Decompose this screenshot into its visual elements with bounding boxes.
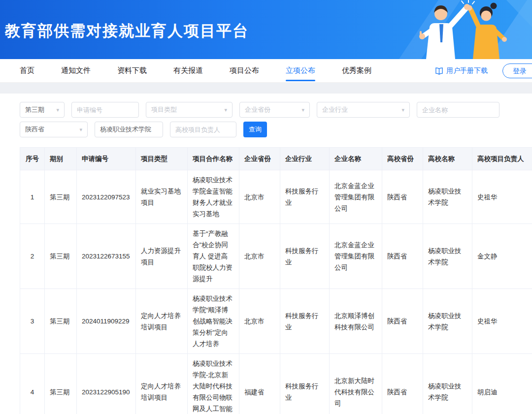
period-select[interactable]: 第三期 ▾ bbox=[20, 102, 65, 118]
table-cell: 3 bbox=[20, 289, 45, 354]
table-cell: 定向人才培养培训项目 bbox=[136, 354, 188, 414]
table-cell: 第三期 bbox=[45, 224, 77, 289]
table-cell: 北京市 bbox=[239, 170, 280, 224]
table-cell: 杨凌职业技术学院 bbox=[423, 170, 472, 224]
table-cell: 北京市 bbox=[239, 289, 280, 354]
table-cell: 陕西省 bbox=[382, 224, 423, 289]
company-industry-placeholder: 企业行业 bbox=[322, 105, 348, 114]
column-header: 期别 bbox=[45, 148, 77, 170]
school-province-select[interactable]: 陕西省 ▾ bbox=[20, 122, 88, 137]
school-leader-input[interactable] bbox=[170, 122, 236, 137]
table-cell: 1 bbox=[20, 170, 45, 224]
table-cell: 杨凌职业技术学院 bbox=[423, 354, 472, 414]
table-cell: 陕西省 bbox=[382, 170, 423, 224]
main-content: 第三期 ▾ 项目类型 ▾ 企业省份 ▾ 企业行业 ▾ 陕西省 ▾ 查询 序号期别… bbox=[0, 94, 532, 414]
table-cell: 就业实习基地项目 bbox=[136, 170, 188, 224]
filter-row-2: 陕西省 ▾ 查询 bbox=[20, 122, 532, 137]
table-cell: 北京新大陆时代科技有限公司 bbox=[330, 354, 382, 414]
table-row: 3第三期2024011909229定向人才培养培训项目杨凌职业技术学院“顺泽博创… bbox=[20, 289, 532, 354]
nav-item-best-cases[interactable]: 优秀案例 bbox=[342, 59, 371, 83]
company-province-select[interactable]: 企业省份 ▾ bbox=[239, 102, 310, 118]
manual-label: 用户手册下载 bbox=[446, 66, 488, 75]
table-cell: 2024011909229 bbox=[77, 289, 136, 354]
chevron-down-icon: ▾ bbox=[79, 127, 82, 133]
main-nav: 首页 通知文件 资料下载 有关报道 项目公布 立项公布 优秀案例 用户手册下载 … bbox=[0, 59, 532, 83]
nav-item-reports[interactable]: 有关报道 bbox=[173, 59, 203, 83]
table-cell: 杨凌职业技术学院-北京新大陆时代科技有限公司物联网及人工智能方向人才培养 bbox=[188, 354, 239, 414]
chevron-down-icon: ▾ bbox=[224, 107, 227, 113]
nav-item-downloads[interactable]: 资料下载 bbox=[117, 59, 147, 83]
chevron-down-icon: ▾ bbox=[56, 107, 59, 113]
table-header-row: 序号期别申请编号项目类型项目合作名称企业省份企业行业企业名称高校省份高校名称高校… bbox=[20, 148, 532, 170]
company-industry-select[interactable]: 企业行业 ▾ bbox=[317, 102, 410, 118]
table-cell: 4 bbox=[20, 354, 45, 414]
nav-item-approval-announce[interactable]: 立项公布 bbox=[286, 59, 315, 83]
search-button[interactable]: 查询 bbox=[243, 122, 267, 137]
user-manual-download[interactable]: 用户手册下载 bbox=[435, 59, 488, 83]
filter-row-1: 第三期 ▾ 项目类型 ▾ 企业省份 ▾ 企业行业 ▾ bbox=[20, 102, 532, 118]
table-cell: 福建省 bbox=[239, 354, 280, 414]
column-header: 企业名称 bbox=[330, 148, 382, 170]
project-type-placeholder: 项目类型 bbox=[151, 105, 177, 114]
table-row: 1第三期2023122097523就业实习基地项目杨凌职业技术学院金蓝智能财务人… bbox=[20, 170, 532, 224]
table-cell: 科技服务行业 bbox=[280, 224, 330, 289]
book-icon bbox=[435, 67, 443, 75]
table-cell: 北京顺泽博创科技有限公司 bbox=[330, 289, 382, 354]
project-type-select[interactable]: 项目类型 ▾ bbox=[146, 102, 233, 118]
login-button[interactable]: 登录 bbox=[502, 64, 532, 78]
table-cell: 北京金蓝企业管理集团有限公司 bbox=[330, 224, 382, 289]
table-cell: 北京金蓝企业管理集团有限公司 bbox=[330, 170, 382, 224]
table-cell: 人力资源提升项目 bbox=[136, 224, 188, 289]
table-row: 2第三期2023122673155人力资源提升项目基于“产教融合”校企协同育人 … bbox=[20, 224, 532, 289]
table-cell: 陕西省 bbox=[382, 354, 423, 414]
apply-no-input[interactable] bbox=[71, 102, 139, 118]
table-cell: 陕西省 bbox=[382, 289, 423, 354]
table-cell: 胡启迪 bbox=[472, 354, 532, 414]
table-cell: 科技服务行业 bbox=[280, 289, 330, 354]
table-cell: 第三期 bbox=[45, 170, 77, 224]
column-header: 高校项目负责人 bbox=[472, 148, 532, 170]
table-cell: 杨凌职业技术学院 bbox=[423, 289, 472, 354]
nav-item-home[interactable]: 首页 bbox=[20, 59, 34, 83]
table-cell: 基于“产教融合”校企协同育人 促进高职院校人力资源提升 bbox=[188, 224, 239, 289]
table-cell: 金文静 bbox=[472, 224, 532, 289]
column-header: 企业省份 bbox=[239, 148, 280, 170]
table-cell: 2 bbox=[20, 224, 45, 289]
table-cell: 第三期 bbox=[45, 354, 77, 414]
table-cell: 2023122905190 bbox=[77, 354, 136, 414]
chevron-down-icon: ▾ bbox=[301, 107, 304, 113]
table-cell: 2023122673155 bbox=[77, 224, 136, 289]
nav-item-project-announce[interactable]: 项目公布 bbox=[230, 59, 259, 83]
table-cell: 第三期 bbox=[45, 289, 77, 354]
table-cell: 史祖华 bbox=[472, 170, 532, 224]
table-cell: 北京市 bbox=[239, 224, 280, 289]
table-cell: 定向人才培养培训项目 bbox=[136, 289, 188, 354]
company-name-input[interactable] bbox=[417, 102, 499, 118]
company-province-placeholder: 企业省份 bbox=[245, 105, 270, 114]
column-header: 项目类型 bbox=[136, 148, 188, 170]
table-cell: 科技服务行业 bbox=[280, 170, 330, 224]
table-cell: 杨凌职业技术学院“顺泽博创战略智能决策分析”定向人才培养 bbox=[188, 289, 239, 354]
column-header: 高校省份 bbox=[382, 148, 423, 170]
table-cell: 史祖华 bbox=[472, 289, 532, 354]
period-select-value: 第三期 bbox=[25, 105, 44, 114]
table-cell: 杨凌职业技术学院 bbox=[423, 224, 472, 289]
column-header: 企业行业 bbox=[280, 148, 330, 170]
column-header: 高校名称 bbox=[423, 148, 472, 170]
page-title: 教育部供需对接就业育人项目平台 bbox=[5, 21, 249, 41]
header-banner: 教育部供需对接就业育人项目平台 bbox=[0, 0, 532, 59]
banner-illustration bbox=[325, 0, 532, 59]
column-header: 项目合作名称 bbox=[188, 148, 239, 170]
column-header: 序号 bbox=[20, 148, 45, 170]
chevron-down-icon: ▾ bbox=[401, 107, 404, 113]
column-header: 申请编号 bbox=[77, 148, 136, 170]
school-name-input[interactable] bbox=[95, 122, 163, 137]
table-cell: 科技服务行业 bbox=[280, 354, 330, 414]
school-province-value: 陕西省 bbox=[25, 125, 44, 134]
page-gap bbox=[0, 83, 532, 94]
table-cell: 2023122097523 bbox=[77, 170, 136, 224]
nav-item-notices[interactable]: 通知文件 bbox=[61, 59, 91, 83]
results-table: 序号期别申请编号项目类型项目合作名称企业省份企业行业企业名称高校省份高校名称高校… bbox=[20, 147, 532, 414]
table-cell: 杨凌职业技术学院金蓝智能财务人才就业实习基地 bbox=[188, 170, 239, 224]
table-row: 4第三期2023122905190定向人才培养培训项目杨凌职业技术学院-北京新大… bbox=[20, 354, 532, 414]
